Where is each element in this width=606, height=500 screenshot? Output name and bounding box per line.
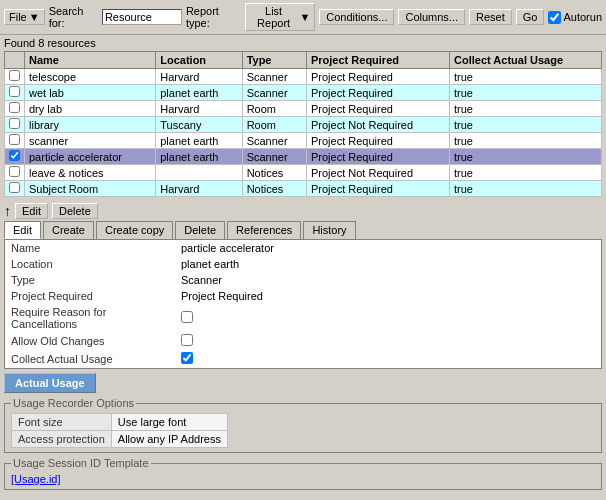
row-type: Scanner: [242, 133, 306, 149]
file-dropdown-icon: ▼: [29, 11, 40, 23]
tab-delete[interactable]: Delete: [175, 221, 225, 239]
row-checkbox[interactable]: [5, 133, 25, 149]
go-button[interactable]: Go: [516, 9, 545, 25]
edit-tabs: EditCreateCreate copyDeleteReferencesHis…: [4, 221, 602, 239]
row-checkbox[interactable]: [5, 181, 25, 197]
form-row: Project RequiredProject Required: [5, 288, 601, 304]
row-project-required: Project Required: [306, 181, 449, 197]
table-row[interactable]: library Tuscany Room Project Not Require…: [5, 117, 602, 133]
form-row: Locationplanet earth: [5, 256, 601, 272]
search-input[interactable]: [102, 9, 182, 25]
row-checkbox[interactable]: [5, 165, 25, 181]
row-project-required: Project Required: [306, 69, 449, 85]
row-collect-actual: true: [450, 181, 602, 197]
usage-recorder-table: Font size Use large font Access protecti…: [11, 413, 228, 448]
row-checkbox[interactable]: [5, 101, 25, 117]
form-field-label: Name: [5, 240, 175, 256]
session-id-legend: Usage Session ID Template: [11, 457, 151, 469]
row-name: dry lab: [25, 101, 156, 117]
report-type-value: List Report: [250, 5, 298, 29]
tab-history[interactable]: History: [303, 221, 355, 239]
row-checkbox[interactable]: [5, 149, 25, 165]
resource-table: Name Location Type Project Required Coll…: [4, 51, 602, 197]
form-field-label: Location: [5, 256, 175, 272]
session-id-value[interactable]: [Usage.id]: [11, 473, 61, 485]
autorun-checkbox[interactable]: [548, 11, 561, 24]
form-row: TypeScanner: [5, 272, 601, 288]
access-protection-label: Access protection: [12, 431, 112, 448]
form-field-value: Project Required: [175, 288, 601, 304]
row-location: planet earth: [156, 133, 242, 149]
row-location: planet earth: [156, 85, 242, 101]
session-id-panel: Usage Session ID Template [Usage.id]: [4, 457, 602, 490]
form-checkbox[interactable]: [181, 334, 193, 346]
columns-button[interactable]: Columns...: [398, 9, 465, 25]
table-row[interactable]: leave & notices Notices Project Not Requ…: [5, 165, 602, 181]
row-project-required: Project Required: [306, 85, 449, 101]
form-field-label: Collect Actual Usage: [5, 350, 175, 368]
row-type: Room: [242, 101, 306, 117]
autorun-label[interactable]: Autorun: [548, 11, 602, 24]
font-size-row: Font size Use large font: [12, 414, 228, 431]
table-row[interactable]: scanner planet earth Scanner Project Req…: [5, 133, 602, 149]
table-row[interactable]: dry lab Harvard Room Project Required tr…: [5, 101, 602, 117]
row-checkbox[interactable]: [5, 85, 25, 101]
search-for-label: Search for:: [49, 5, 98, 29]
row-type: Notices: [242, 181, 306, 197]
actual-usage-tab[interactable]: Actual Usage: [4, 373, 96, 393]
form-field-value: planet earth: [175, 256, 601, 272]
form-field-label: Type: [5, 272, 175, 288]
table-row[interactable]: particle accelerator planet earth Scanne…: [5, 149, 602, 165]
form-row: Nameparticle accelerator: [5, 240, 601, 256]
row-checkbox[interactable]: [5, 69, 25, 85]
row-collect-actual: true: [450, 69, 602, 85]
table-row[interactable]: telescope Harvard Scanner Project Requir…: [5, 69, 602, 85]
edit-button[interactable]: Edit: [15, 203, 48, 219]
conditions-button[interactable]: Conditions...: [319, 9, 394, 25]
tab-create[interactable]: Create: [43, 221, 94, 239]
row-collect-actual: true: [450, 101, 602, 117]
font-size-value: Use large font: [111, 414, 227, 431]
row-project-required: Project Required: [306, 101, 449, 117]
form-field-label: Require Reason for Cancellations: [5, 304, 175, 332]
form-checkbox[interactable]: [181, 311, 193, 323]
toolbar: File ▼ Search for: Report type: List Rep…: [0, 0, 606, 35]
form-field-label: Allow Old Changes: [5, 332, 175, 350]
back-arrow-icon[interactable]: ↑: [4, 203, 11, 219]
access-protection-row: Access protection Allow any IP Address: [12, 431, 228, 448]
row-name: particle accelerator: [25, 149, 156, 165]
tab-create-copy[interactable]: Create copy: [96, 221, 173, 239]
reset-button[interactable]: Reset: [469, 9, 512, 25]
form-field-value: particle accelerator: [175, 240, 601, 256]
row-type: Room: [242, 117, 306, 133]
table-row[interactable]: Subject Room Harvard Notices Project Req…: [5, 181, 602, 197]
row-checkbox[interactable]: [5, 117, 25, 133]
form-field-value: [175, 304, 601, 332]
row-name: Subject Room: [25, 181, 156, 197]
form-field-value: [175, 350, 601, 368]
form-field-value: [175, 332, 601, 350]
delete-button[interactable]: Delete: [52, 203, 98, 219]
file-menu-button[interactable]: File ▼: [4, 9, 45, 25]
row-name: telescope: [25, 69, 156, 85]
table-row[interactable]: wet lab planet earth Scanner Project Req…: [5, 85, 602, 101]
usage-recorder-legend: Usage Recorder Options: [11, 397, 136, 409]
row-name: library: [25, 117, 156, 133]
row-project-required: Project Required: [306, 149, 449, 165]
form-row: Require Reason for Cancellations: [5, 304, 601, 332]
row-location: Harvard: [156, 181, 242, 197]
actual-usage-section: Actual Usage Usage Recorder Options Font…: [4, 373, 602, 490]
form-checkbox[interactable]: [181, 352, 193, 364]
row-collect-actual: true: [450, 117, 602, 133]
row-type: Scanner: [242, 149, 306, 165]
col-name: Name: [25, 52, 156, 69]
form-row: Collect Actual Usage: [5, 350, 601, 368]
found-resources-text: Found 8 resources: [0, 35, 606, 51]
tab-references[interactable]: References: [227, 221, 301, 239]
edit-form: Nameparticle acceleratorLocationplanet e…: [4, 239, 602, 369]
tab-edit[interactable]: Edit: [4, 221, 41, 239]
row-type: Scanner: [242, 69, 306, 85]
report-type-button[interactable]: List Report ▼: [245, 3, 316, 31]
form-field-value: Scanner: [175, 272, 601, 288]
row-location: Harvard: [156, 69, 242, 85]
